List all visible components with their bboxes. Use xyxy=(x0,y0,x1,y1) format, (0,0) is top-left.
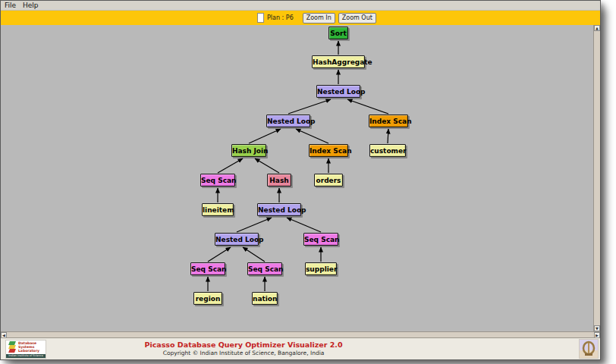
picasso-artwork-icon xyxy=(579,339,599,359)
plan-edge xyxy=(288,99,331,114)
plan-node-nl1[interactable]: Nested Loop xyxy=(316,85,360,98)
plan-edge xyxy=(347,99,388,114)
plan-node-supplier[interactable]: supplier xyxy=(305,262,337,275)
plan-node-is_customer[interactable]: Index Scan xyxy=(369,115,408,127)
plan-edge xyxy=(255,158,279,173)
vertical-scrollbar[interactable]: ▲ ▼ xyxy=(593,25,600,331)
plan-node-ss_lineitem[interactable]: Seq Scan xyxy=(200,174,235,187)
menu-bar: File Help xyxy=(1,1,600,11)
menu-file[interactable]: File xyxy=(5,2,16,9)
plan-edge xyxy=(287,218,321,232)
plan-node-nl4[interactable]: Nested Loop xyxy=(215,233,259,246)
plan-node-ss_supplier[interactable]: Seq Scan xyxy=(303,233,338,246)
plan-node-ss_region[interactable]: Seq Scan xyxy=(190,262,225,275)
menu-help[interactable]: Help xyxy=(23,2,39,9)
plan-node-hash[interactable]: Hash xyxy=(267,174,291,187)
zoom-out-button[interactable]: Zoom Out xyxy=(338,13,376,24)
plan-node-is_orders[interactable]: Index Scan xyxy=(309,144,348,157)
dsl-logo-line3: Laboratory xyxy=(18,349,46,353)
plan-node-nl2[interactable]: Nested Loop xyxy=(266,115,310,127)
plan-color-swatch xyxy=(257,13,264,23)
plan-node-lineitem[interactable]: lineitem xyxy=(202,203,234,216)
horizontal-scrollbar[interactable]: ◀ ▶ xyxy=(1,331,600,337)
plan-node-hashaggregate[interactable]: HashAggregate xyxy=(312,55,365,68)
plan-canvas: SortHashAggregateNested LoopNested LoopI… xyxy=(1,25,593,331)
scroll-up-icon[interactable]: ▲ xyxy=(594,25,600,31)
plan-node-nl3[interactable]: Nested Loop xyxy=(257,203,301,216)
plan-edge xyxy=(218,158,243,173)
plan-edge xyxy=(243,247,265,262)
copyright-text: Copyright © Indian Institute of Science,… xyxy=(92,350,395,357)
plan-node-region[interactable]: region xyxy=(193,292,222,305)
plan-label: Plan : P6 xyxy=(267,14,294,21)
plan-edge xyxy=(388,129,388,143)
plan-node-ss_nation[interactable]: Seq Scan xyxy=(247,262,282,275)
plan-node-nation[interactable]: nation xyxy=(252,292,278,305)
status-bar: Database Systems Laboratory Indian Insti… xyxy=(1,337,600,359)
toolbar: Plan : P6 Zoom In Zoom Out xyxy=(1,11,600,25)
plan-node-sort[interactable]: Sort xyxy=(328,27,348,39)
scroll-down-icon[interactable]: ▼ xyxy=(594,325,600,331)
app-title: Picasso Database Query Optimizer Visuali… xyxy=(92,340,395,350)
dsl-logo-footer: Indian Institute of Science xyxy=(6,354,46,358)
plan-node-customer[interactable]: customer xyxy=(369,144,406,157)
plan-edge xyxy=(208,247,231,262)
plan-edge xyxy=(249,129,281,143)
plan-node-hashjoin[interactable]: Hash Join xyxy=(231,144,266,157)
plan-edge xyxy=(237,218,272,232)
plan-edges-svg xyxy=(1,25,593,331)
plan-edge xyxy=(296,129,328,143)
dsl-lab-logo: Database Systems Laboratory Indian Insti… xyxy=(5,340,46,359)
zoom-in-button[interactable]: Zoom In xyxy=(303,13,335,24)
plan-node-orders[interactable]: orders xyxy=(314,174,343,187)
dsl-logo-diamonds-icon xyxy=(6,340,18,354)
app-window: File Help Plan : P6 Zoom In Zoom Out Sor… xyxy=(0,0,601,360)
